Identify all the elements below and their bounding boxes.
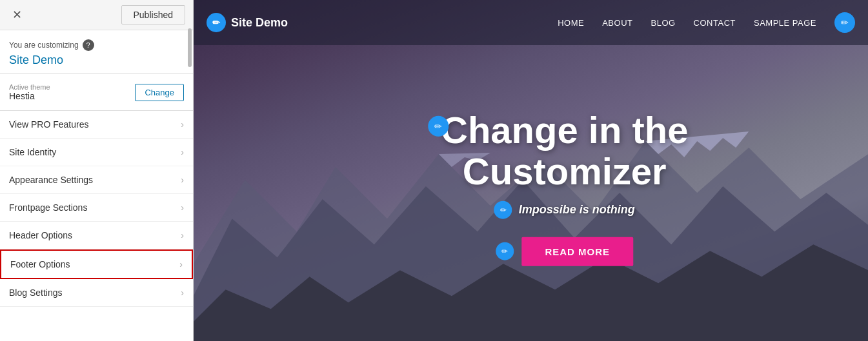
nav-edit-button[interactable]: ✏: [834, 12, 855, 33]
sidebar-item-frontpage-sections[interactable]: Frontpage Sections ›: [0, 194, 193, 222]
close-button[interactable]: ✕: [8, 6, 26, 24]
hero-content: ✏ Change in the Customizer ✏ Impossibe i…: [441, 110, 688, 266]
hero-subtitle: Impossibe is nothing: [519, 203, 635, 217]
menu-item-label: Frontpage Sections: [9, 202, 87, 213]
hero-title: Change in the Customizer: [441, 110, 688, 192]
nav-brand-edit-icon[interactable]: ✏: [207, 13, 226, 32]
hero-btn-edit-icon[interactable]: ✏: [496, 242, 514, 260]
menu-item-label: Blog Settings: [9, 287, 63, 298]
sidebar-item-footer-options[interactable]: Footer Options ›: [0, 249, 193, 279]
nav-links: HOME ABOUT BLOG CONTACT SAMPLE PAGE ✏: [558, 12, 855, 33]
brand-name: Site Demo: [231, 16, 288, 30]
hero-subtitle-edit-icon[interactable]: ✏: [494, 200, 512, 219]
customizing-label: You are customizing ?: [9, 39, 184, 51]
chevron-icon: ›: [179, 259, 183, 269]
customizing-text: You are customizing: [9, 41, 79, 50]
site-name: Site Demo: [9, 54, 184, 67]
menu-item-label: Appearance Settings: [9, 175, 93, 185]
sidebar-header: ✕ Published: [0, 0, 193, 30]
chevron-icon: ›: [181, 119, 184, 130]
chevron-icon: ›: [181, 230, 184, 240]
read-more-button[interactable]: READ MORE: [521, 237, 633, 266]
menu-item-label: Header Options: [9, 230, 72, 240]
sidebar-item-header-options[interactable]: Header Options ›: [0, 222, 193, 249]
sidebar-item-view-pro[interactable]: View PRO Features ›: [0, 111, 193, 139]
nav-link-home[interactable]: HOME: [558, 18, 584, 28]
nav-link-sample-page[interactable]: SAMPLE PAGE: [754, 18, 816, 28]
preview-area: ✏ Site Demo HOME ABOUT BLOG CONTACT SAMP…: [194, 0, 868, 341]
chevron-icon: ›: [181, 175, 184, 185]
help-icon[interactable]: ?: [83, 39, 94, 51]
menu-item-label: Site Identity: [9, 147, 56, 157]
sidebar-item-blog-settings[interactable]: Blog Settings ›: [0, 279, 193, 307]
customizer-sidebar: ✕ Published You are customizing ? Site D…: [0, 0, 194, 341]
customizing-section: You are customizing ? Site Demo: [0, 30, 193, 74]
menu-item-label: Footer Options: [10, 259, 70, 269]
theme-section: Active theme Hestia Change: [0, 74, 193, 111]
hero-title-edit-icon[interactable]: ✏: [428, 116, 449, 137]
nav-link-contact[interactable]: CONTACT: [694, 18, 736, 28]
chevron-icon: ›: [181, 147, 184, 157]
chevron-icon: ›: [181, 287, 184, 298]
nav-brand: ✏ Site Demo: [207, 13, 288, 32]
hero-button-row: ✏ READ MORE: [441, 237, 688, 266]
hero-subtitle-row: ✏ Impossibe is nothing: [441, 200, 688, 219]
nav-link-blog[interactable]: BLOG: [651, 18, 675, 28]
sidebar-item-appearance-settings[interactable]: Appearance Settings ›: [0, 166, 193, 194]
sidebar-item-site-identity[interactable]: Site Identity ›: [0, 139, 193, 166]
menu-item-label: View PRO Features: [9, 119, 88, 130]
published-button[interactable]: Published: [121, 5, 186, 24]
change-theme-button[interactable]: Change: [135, 84, 184, 101]
menu-list: View PRO Features › Site Identity › Appe…: [0, 111, 193, 341]
nav-link-about[interactable]: ABOUT: [602, 18, 632, 28]
preview-navbar: ✏ Site Demo HOME ABOUT BLOG CONTACT SAMP…: [194, 0, 868, 45]
chevron-icon: ›: [181, 202, 184, 213]
active-theme-label: Active theme: [9, 83, 50, 91]
theme-name: Hestia: [9, 91, 50, 101]
